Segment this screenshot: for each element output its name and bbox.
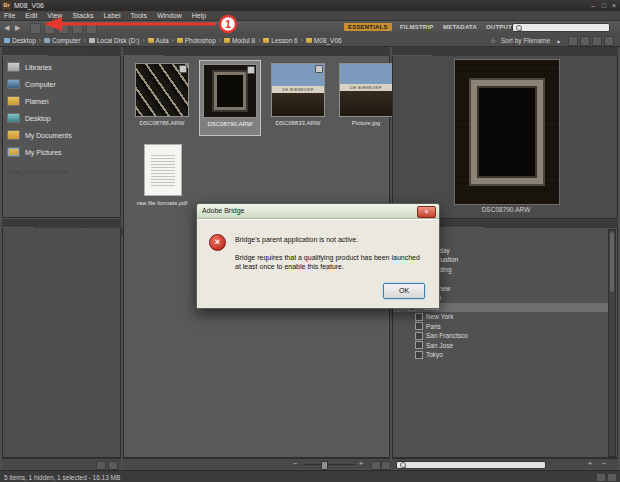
file-name: raw file formats.pdf — [131, 200, 193, 207]
breadcrumb-item-computer[interactable]: Computer — [44, 37, 81, 44]
workspace-output[interactable]: OUTPUT — [486, 24, 512, 30]
desktop-icon — [7, 113, 20, 123]
breadcrumb-item-photoshop[interactable]: Photoshop — [177, 37, 216, 44]
thumbnail-larger-icon[interactable]: + — [359, 460, 363, 467]
breadcrumb-item-aula[interactable]: Aula — [148, 37, 169, 44]
folder-icon — [148, 38, 154, 43]
window-title: M08_V06 — [14, 2, 44, 9]
pdf-page — [144, 144, 182, 196]
keyword-row-san-jose[interactable]: San Jose — [393, 341, 611, 351]
ok-button[interactable]: OK — [383, 283, 425, 299]
content-item-dsc08786[interactable]: DSC08786.ARW — [131, 60, 193, 136]
pdf-text-lines — [151, 153, 175, 187]
content-item-pdf[interactable]: raw file formats.pdf — [131, 140, 193, 216]
filter-lock-button[interactable] — [108, 461, 118, 470]
close-button[interactable]: × — [609, 1, 619, 10]
dialog-close-button[interactable]: × — [417, 206, 436, 218]
thumbnail-view-button[interactable] — [596, 473, 606, 482]
workspace-metadata[interactable]: METADATA — [443, 24, 477, 30]
chevron-right-icon: › — [142, 37, 144, 44]
view-option-icon[interactable] — [592, 36, 602, 46]
content-item-dsc08790[interactable]: DSC08790.ARW — [199, 60, 261, 136]
sort-by-label[interactable]: Sort by Filename — [501, 37, 550, 44]
keyword-search-input[interactable] — [406, 462, 530, 468]
breadcrumb-label: Desktop — [12, 37, 36, 44]
favorites-item-my-documents[interactable]: My Documents — [7, 128, 72, 142]
favorites-item-plamen[interactable]: Plamen — [7, 94, 49, 108]
keyword-checkbox[interactable] — [415, 322, 423, 330]
maximize-button[interactable]: □ — [599, 1, 609, 10]
filter-star-icon[interactable]: ☆ — [490, 37, 496, 45]
favorites-label: Plamen — [25, 98, 49, 105]
keyword-search-box — [396, 461, 546, 469]
keyword-checkbox[interactable] — [415, 341, 423, 349]
workspace-essentials[interactable]: ESSENTIALS — [344, 23, 392, 31]
favorites-item-libraries[interactable]: Libraries — [7, 60, 52, 74]
breadcrumb-label: Computer — [52, 37, 81, 44]
details-view-button[interactable] — [381, 461, 391, 470]
view-option-icon[interactable] — [580, 36, 590, 46]
folder-icon — [263, 38, 269, 43]
delete-keyword-button[interactable]: − — [602, 460, 606, 467]
thumbnail-smaller-icon[interactable]: − — [293, 460, 297, 467]
menu-file[interactable]: File — [4, 12, 15, 19]
path-bar: Desktop › Computer › Local Disk (D:) › A… — [0, 34, 620, 47]
sort-ascending-icon[interactable]: ▲ — [556, 38, 561, 44]
breadcrumb: Desktop › Computer › Local Disk (D:) › A… — [4, 34, 342, 46]
forward-button[interactable]: ▶ — [15, 24, 20, 32]
storefront-sign: DE BIENKORF — [340, 84, 392, 91]
breadcrumb-item-m08v06[interactable]: M08_V06 — [306, 37, 342, 44]
content-item-dsc08833[interactable]: DE BIENKORF DSC08833.ARW — [267, 60, 329, 136]
folder-icon — [224, 38, 230, 43]
view-option-icon[interactable] — [568, 36, 578, 46]
search-input[interactable] — [522, 24, 606, 31]
view-option-icon[interactable] — [604, 36, 614, 46]
keywords-scrollbar[interactable] — [608, 229, 616, 457]
menu-edit[interactable]: Edit — [25, 12, 37, 19]
favorites-label: Desktop — [25, 115, 51, 122]
breadcrumb-item-desktop[interactable]: Desktop — [4, 37, 36, 44]
breadcrumb-label: Lesson 6 — [271, 37, 297, 44]
breadcrumb-item-lesson6[interactable]: Lesson 6 — [263, 37, 297, 44]
content-item-picture-jpg[interactable]: DE BIENKORF Picture.jpg — [335, 60, 397, 136]
disk-icon — [89, 38, 95, 43]
minimize-button[interactable]: – — [588, 1, 598, 10]
keyword-checkbox[interactable] — [415, 351, 423, 359]
workspace-filmstrip[interactable]: FILMSTRIP — [400, 24, 433, 30]
detail-view-button[interactable] — [607, 473, 617, 482]
camera-raw-badge-icon — [247, 66, 255, 74]
keyword-row-tokyo[interactable]: Tokyo — [393, 350, 611, 360]
dialog-body: × Bridge's parent application is not act… — [197, 219, 439, 308]
keyword-row-san-francisco[interactable]: San Francisco — [393, 331, 611, 341]
keyword-label: New York — [426, 313, 453, 320]
photo-thumbnail: DE BIENKORF — [271, 63, 325, 117]
keyword-row-new-york[interactable]: New York — [393, 312, 611, 322]
filter-clear-button[interactable] — [96, 461, 106, 470]
keyword-checkbox[interactable] — [415, 332, 423, 340]
thumbnail-size-slider[interactable] — [303, 464, 355, 465]
status-bar: 5 items, 1 hidden, 1 selected - 16.13 MB — [0, 470, 620, 482]
breadcrumb-label: Modul 8 — [232, 37, 255, 44]
keyword-checkbox[interactable] — [415, 313, 423, 321]
breadcrumb-item-modul8[interactable]: Modul 8 — [224, 37, 255, 44]
slider-knob[interactable] — [321, 461, 328, 470]
breadcrumb-item-local-disk[interactable]: Local Disk (D:) — [89, 37, 140, 44]
breadcrumb-label: Local Disk (D:) — [97, 37, 140, 44]
grid-view-button[interactable] — [371, 461, 381, 470]
back-button[interactable]: ◀ — [4, 24, 9, 32]
new-keyword-button[interactable]: + — [588, 460, 592, 467]
dialog-titlebar[interactable]: Adobe Bridge × — [197, 204, 439, 219]
building-artwork: DE BIENKORF — [272, 86, 324, 116]
drag-favorites-hint: Drag Favorites Here... — [9, 168, 73, 175]
storefront-sign: DE BIENKORF — [272, 86, 324, 93]
keyword-row-paris[interactable]: Paris — [393, 322, 611, 332]
favorites-item-my-pictures[interactable]: My Pictures — [7, 145, 62, 159]
scrollbar-thumb[interactable] — [610, 232, 614, 292]
keyword-label: San Jose — [426, 342, 453, 349]
keywords-footer: + − — [392, 458, 618, 469]
favorites-item-desktop[interactable]: Desktop — [7, 111, 51, 125]
frame-artwork — [214, 72, 246, 110]
favorites-item-computer[interactable]: Computer — [7, 77, 56, 91]
favorites-label: My Pictures — [25, 149, 62, 156]
search-icon — [400, 462, 406, 468]
